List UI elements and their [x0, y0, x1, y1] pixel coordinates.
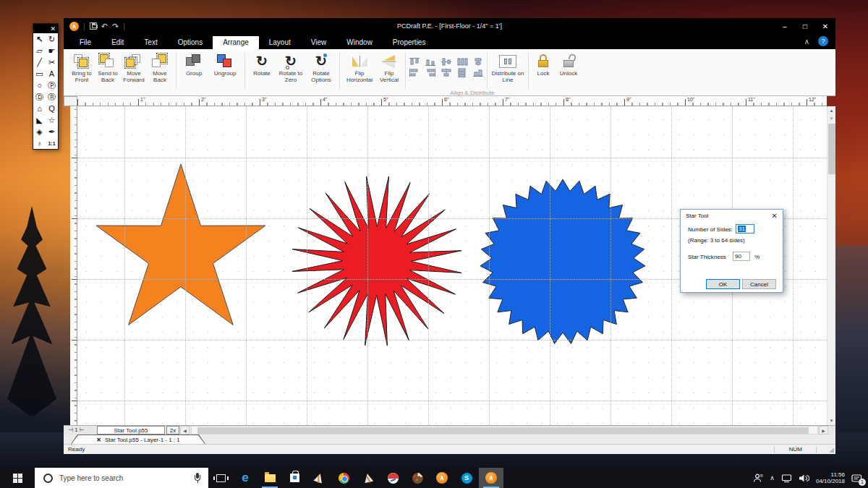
- menu-item-layout[interactable]: Layout: [259, 36, 301, 49]
- start-button[interactable]: [0, 468, 35, 488]
- rotate-to-zero-button[interactable]: ↻ Rotate to Zero: [276, 52, 305, 90]
- tray-chevron-icon[interactable]: ∧: [770, 474, 775, 481]
- align-top-icon[interactable]: [409, 57, 420, 67]
- menu-item-window[interactable]: Window: [336, 36, 383, 49]
- menu-item-view[interactable]: View: [301, 36, 337, 49]
- select-tool[interactable]: ↖: [33, 33, 46, 45]
- actual-size-tool[interactable]: 1:1: [46, 137, 58, 149]
- page-control[interactable]: ⊣ 1 ⊢: [68, 427, 85, 433]
- app-icon[interactable]: ∧: [69, 22, 79, 31]
- freehand-tool[interactable]: Q: [46, 103, 58, 114]
- search-box[interactable]: Type here to search: [35, 468, 208, 488]
- thickness-input[interactable]: 90: [733, 252, 750, 261]
- bring-to-front-button[interactable]: Bring to Front: [69, 52, 94, 90]
- undo-button[interactable]: ↶: [101, 22, 108, 31]
- resize-grip[interactable]: ◢: [829, 446, 834, 453]
- minimize-button[interactable]: –: [775, 18, 795, 34]
- unlock-button[interactable]: Unlock: [556, 52, 582, 90]
- red-starburst[interactable]: [292, 176, 461, 346]
- taskbar-pcdraft-pinned[interactable]: ∧: [430, 468, 454, 488]
- pan-tool[interactable]: ☛: [46, 45, 58, 56]
- rotate-options-button[interactable]: ↻ Rotate Options: [307, 52, 336, 90]
- palette-titlebar[interactable]: ✕: [33, 24, 58, 33]
- layer-tab-close-icon[interactable]: ✕: [96, 437, 101, 443]
- dimension-tool[interactable]: Ⓓ: [33, 91, 46, 103]
- stack-horizontal-icon[interactable]: [472, 68, 484, 77]
- scroll-right-icon[interactable]: ▶: [819, 426, 828, 435]
- move-back-button[interactable]: Move Back: [148, 52, 172, 90]
- rotate-button[interactable]: ↻ Rotate: [249, 52, 275, 90]
- people-icon[interactable]: R: [753, 473, 763, 483]
- save-button[interactable]: [90, 22, 97, 30]
- horizontal-scroll-thumb[interactable]: [197, 427, 809, 434]
- align-right-icon[interactable]: [425, 68, 436, 77]
- dialog-titlebar[interactable]: Star Tool ✕: [681, 210, 783, 221]
- flip-horizontal-button[interactable]: Flip Horizontal: [344, 52, 375, 90]
- menu-item-edit[interactable]: Edit: [101, 36, 134, 49]
- align-bottom-icon[interactable]: [425, 57, 436, 67]
- rectangle-tool[interactable]: ▭: [33, 68, 46, 80]
- document-tab[interactable]: Star Tool.p55: [97, 426, 165, 435]
- network-icon[interactable]: [781, 474, 792, 483]
- sides-input[interactable]: 31: [736, 224, 754, 234]
- scroll-up-icon[interactable]: ▲: [827, 106, 835, 115]
- menu-item-file[interactable]: File: [69, 36, 101, 49]
- move-forward-button[interactable]: Move Forward: [122, 52, 146, 90]
- cancel-button[interactable]: Cancel: [742, 279, 776, 289]
- text-tool[interactable]: A: [46, 68, 58, 80]
- taskbar-edge[interactable]: e: [233, 468, 258, 488]
- palette-close-icon[interactable]: ✕: [50, 25, 56, 33]
- taskbar-store[interactable]: [282, 468, 307, 488]
- parallel-lines-tool[interactable]: Ⓟ: [46, 80, 58, 91]
- send-to-back-button[interactable]: Send to Back: [95, 52, 120, 90]
- zoom-toggle-button[interactable]: 2x: [166, 426, 179, 435]
- rotate-tool[interactable]: ↻: [46, 33, 58, 45]
- lock-button[interactable]: Lock: [532, 52, 554, 90]
- taskbar-skype[interactable]: S: [454, 468, 479, 488]
- orange-five-point-star[interactable]: [96, 164, 265, 325]
- microphone-icon[interactable]: [194, 473, 201, 483]
- menu-item-options[interactable]: Options: [168, 36, 213, 49]
- knife-tool[interactable]: ✂: [46, 56, 58, 68]
- radius-tool[interactable]: Ⓡ: [46, 91, 58, 103]
- align-left-icon[interactable]: [409, 68, 420, 77]
- redo-button[interactable]: ↷: [112, 22, 119, 31]
- eyedropper-tool[interactable]: ✒: [46, 126, 58, 137]
- horizontal-scrollbar[interactable]: [191, 426, 818, 435]
- ok-button[interactable]: OK: [706, 279, 740, 289]
- action-center-icon[interactable]: 1: [851, 474, 862, 483]
- star-tool[interactable]: ☆: [46, 114, 58, 126]
- menu-item-text[interactable]: Text: [134, 36, 167, 49]
- marquee-tool[interactable]: ▱: [33, 45, 46, 56]
- scroll-up-page-icon[interactable]: ▼: [827, 115, 835, 122]
- wedge-tool[interactable]: ◣: [33, 114, 46, 126]
- irregular-polygon-tool[interactable]: ⌂: [33, 103, 46, 114]
- speaker-icon[interactable]: [799, 474, 809, 483]
- scroll-left-icon[interactable]: ◀: [180, 426, 190, 435]
- vertical-scroll-thumb[interactable]: [828, 124, 835, 174]
- distribute-on-line-button[interactable]: Distribute on Line: [491, 52, 524, 90]
- blue-gear-star[interactable]: [480, 179, 645, 343]
- align-center-icon[interactable]: [441, 68, 452, 77]
- menu-item-properties[interactable]: Properties: [383, 36, 436, 49]
- symbol-tool[interactable]: ◈: [33, 126, 46, 137]
- distribute-vertical-icon[interactable]: [456, 57, 468, 67]
- taskbar-graphics-app-1[interactable]: [307, 468, 331, 488]
- layer-tab[interactable]: ✕ Star Tool.p55 - Layer-1 - 1 : 1: [71, 435, 205, 444]
- collapse-ribbon-icon[interactable]: ∧: [804, 38, 809, 46]
- taskbar-pcdraft-active[interactable]: ∧: [479, 468, 503, 488]
- vertical-scrollbar[interactable]: ▲ ▼ ▼: [827, 106, 835, 425]
- maximize-button[interactable]: □: [795, 18, 815, 34]
- scroll-down-icon[interactable]: ▼: [827, 416, 835, 425]
- taskbar-file-explorer[interactable]: [258, 468, 282, 488]
- taskbar-chrome[interactable]: [331, 468, 356, 488]
- taskbar-drafting-app[interactable]: [380, 468, 405, 488]
- close-button[interactable]: ✕: [815, 18, 835, 34]
- ungroup-button[interactable]: Ungroup: [209, 52, 241, 90]
- lamp-tool[interactable]: ♁: [33, 137, 46, 149]
- align-middle-icon[interactable]: [441, 57, 452, 67]
- polygon-tool[interactable]: ○: [33, 80, 46, 91]
- dialog-close-icon[interactable]: ✕: [772, 212, 778, 220]
- stack-vertical-icon[interactable]: [472, 57, 484, 67]
- flip-vertical-button[interactable]: Flip Vertical: [377, 52, 401, 90]
